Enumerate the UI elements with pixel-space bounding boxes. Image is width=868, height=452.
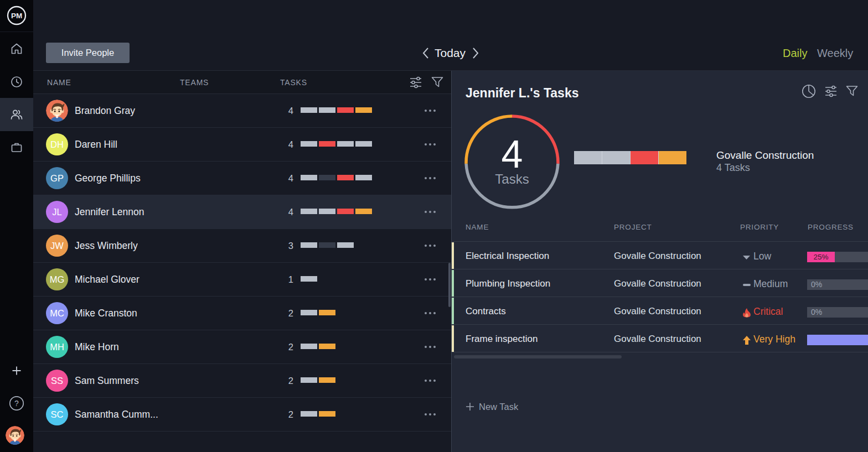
svg-text:PM: PM	[11, 12, 22, 20]
svg-text:?: ?	[14, 399, 19, 408]
